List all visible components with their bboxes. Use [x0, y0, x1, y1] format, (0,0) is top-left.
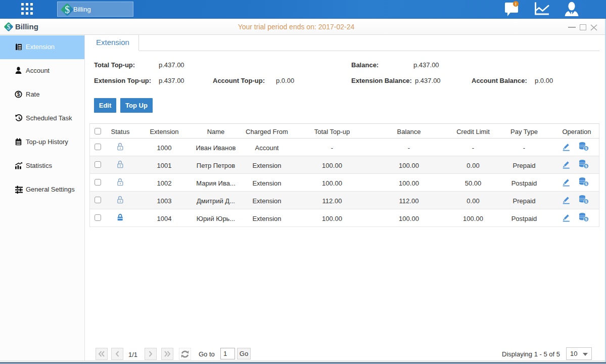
svg-text:$: $ — [585, 164, 588, 168]
svg-text:!: ! — [515, 2, 517, 7]
svg-text:$: $ — [17, 92, 20, 97]
svg-text:$: $ — [65, 4, 70, 15]
svg-text:$: $ — [585, 146, 588, 151]
svg-text:$: $ — [585, 181, 588, 186]
svg-text:$: $ — [585, 199, 588, 204]
svg-text:$: $ — [585, 217, 588, 221]
svg-text:$: $ — [7, 23, 11, 31]
